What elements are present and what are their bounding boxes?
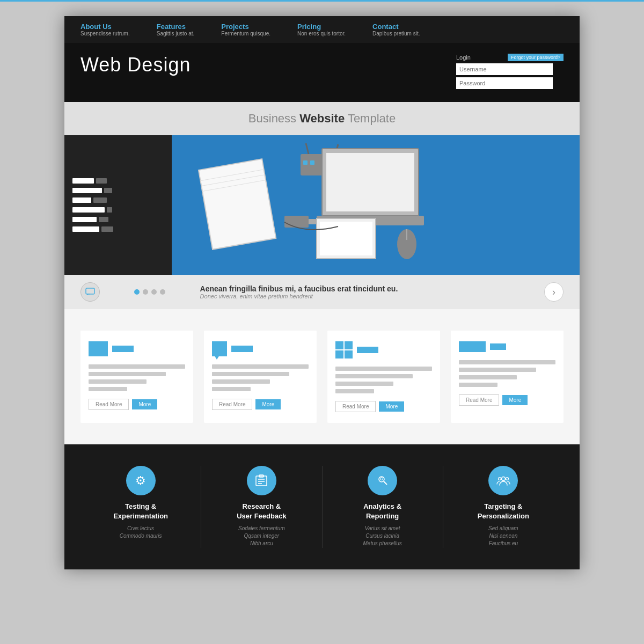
hero-subtitle-plain: Business — [248, 112, 299, 125]
hero-subtitle: Business Website Template — [64, 102, 580, 135]
hero-subtitle-bold: Website — [299, 112, 345, 125]
footer-col-research-item2: Qqsam integer — [209, 533, 313, 539]
feature-line-2b — [212, 372, 289, 376]
read-more-button-2[interactable]: Read More — [212, 399, 252, 410]
slide-icon-btn[interactable] — [80, 282, 100, 302]
footer-col-targeting-title: Targeting &Personalization — [451, 502, 555, 521]
nav-pricing[interactable]: Pricing Non eros quis tortor. — [297, 23, 346, 36]
feature-card-3: Read More More — [327, 331, 440, 423]
footer-col-analytics-item1: Varius sit amet — [331, 525, 435, 531]
nav-projects[interactable]: Projects Fermentum quisque. — [221, 23, 270, 36]
nav-features[interactable]: Features Sagittis justo at. — [157, 23, 195, 36]
analytics-icon — [368, 466, 397, 495]
feature-line-4b — [459, 368, 536, 372]
slide-next-button[interactable]: › — [544, 282, 564, 302]
targeting-icon — [488, 466, 518, 495]
group-icon — [496, 474, 510, 488]
svg-rect-18 — [86, 288, 94, 294]
nav-contact-sub: Dapibus pretium sit. — [372, 31, 420, 36]
feature-line-2a — [212, 364, 309, 369]
more-button-2[interactable]: More — [255, 399, 281, 409]
footer-col-testing-item1: Cras lectus — [89, 525, 193, 531]
svg-rect-13 — [320, 222, 372, 255]
nav-about-title: About Us — [80, 23, 130, 31]
svg-point-26 — [380, 477, 383, 480]
feature-btn-row-3: Read More More — [335, 401, 432, 412]
search-person-icon — [376, 474, 390, 488]
feature-line-1a — [89, 364, 185, 369]
nav-about[interactable]: About Us Suspendisse rutrum. — [80, 23, 130, 36]
slide-caption-sub: Donec viverra, enim vitae pretium hendre… — [200, 293, 536, 299]
nav-about-sub: Suspendisse rutrum. — [80, 31, 130, 36]
features-section: Read More More Read More More — [64, 309, 580, 444]
username-input[interactable] — [456, 63, 553, 75]
dot-1[interactable] — [134, 289, 140, 295]
svg-line-25 — [384, 481, 387, 485]
clipboard-icon — [254, 474, 268, 488]
footer-col-analytics: Analytics &Reporting Varius sit amet Cur… — [323, 466, 443, 548]
nav-projects-sub: Fermentum quisque. — [221, 31, 270, 36]
feature-btn-row-4: Read More More — [459, 394, 555, 406]
dot-4[interactable] — [160, 289, 165, 295]
footer-col-testing: ⚙ Testing &Experimentation Cras lectus C… — [80, 466, 201, 548]
slide-caption-main: Aenean fringilla finibus mi, a faucibus … — [200, 284, 536, 293]
feature-line-1b — [89, 372, 166, 376]
svg-rect-14 — [284, 216, 309, 228]
page-title: Web Design — [80, 54, 191, 76]
footer: ⚙ Testing &Experimentation Cras lectus C… — [64, 444, 580, 569]
more-button-3[interactable]: More — [379, 401, 404, 412]
forgot-password-link[interactable]: Forgot your password? — [508, 54, 564, 61]
svg-line-5 — [306, 143, 309, 154]
feature-line-2c — [212, 379, 270, 384]
more-button-4[interactable]: More — [502, 395, 528, 405]
feature-icon-bar-3 — [335, 341, 432, 358]
feature-line-1d — [89, 387, 127, 391]
hero-subtitle-end: Template — [345, 112, 396, 125]
desk-illustration — [64, 135, 580, 275]
slider-section — [64, 135, 580, 275]
login-section: Login Forgot your password? — [456, 54, 564, 91]
svg-point-28 — [498, 477, 501, 480]
nav-pricing-sub: Non eros quis tortor. — [297, 31, 346, 36]
dot-2[interactable] — [143, 289, 148, 295]
feature-icon-1 — [89, 341, 108, 356]
dot-3[interactable] — [151, 289, 157, 295]
feature-icon-label-4 — [490, 343, 506, 350]
nav-features-title: Features — [157, 23, 195, 31]
feature-line-2d — [212, 387, 251, 391]
login-label: Login — [456, 54, 471, 61]
password-input[interactable] — [456, 77, 553, 89]
svg-point-29 — [506, 477, 508, 480]
read-more-button-3[interactable]: Read More — [335, 401, 376, 412]
footer-col-targeting-item2: Nisi aenean — [451, 533, 555, 539]
svg-point-27 — [501, 477, 505, 480]
read-more-button-4[interactable]: Read More — [459, 394, 499, 406]
feature-btn-row-2: Read More More — [212, 399, 309, 410]
desk-svg — [166, 138, 478, 272]
footer-col-targeting-item3: Faucibus eu — [451, 540, 555, 546]
feature-card-1: Read More More — [80, 331, 193, 423]
feature-line-1c — [89, 379, 147, 384]
footer-col-analytics-item3: Metus phasellus — [331, 540, 435, 546]
svg-rect-15 — [309, 219, 316, 224]
feature-line-3c — [335, 382, 393, 386]
nav-pricing-title: Pricing — [297, 23, 346, 31]
feature-line-4c — [459, 375, 517, 379]
footer-col-targeting: Targeting &Personalization Sed aliquam N… — [443, 466, 564, 548]
nav-projects-title: Projects — [221, 23, 270, 31]
footer-col-research-item3: Nibh arcu — [209, 540, 313, 546]
nav-contact[interactable]: Contact Dapibus pretium sit. — [372, 23, 420, 36]
read-more-button-1[interactable]: Read More — [89, 399, 129, 410]
footer-col-research: Research &User Feedback Sodales fermentu… — [201, 466, 322, 548]
feature-icon-bar-2 — [212, 341, 309, 356]
footer-col-analytics-item2: Cursus lacinia — [331, 533, 435, 539]
more-button-1[interactable]: More — [132, 399, 157, 409]
research-icon — [247, 466, 276, 495]
feature-line-3b — [335, 374, 413, 378]
feature-line-4d — [459, 383, 497, 387]
feature-icon-label-2 — [231, 346, 253, 352]
svg-rect-7 — [303, 160, 308, 165]
feature-icon-bar-4 — [459, 341, 555, 352]
footer-col-research-title: Research &User Feedback — [209, 502, 313, 521]
svg-rect-8 — [310, 160, 314, 165]
